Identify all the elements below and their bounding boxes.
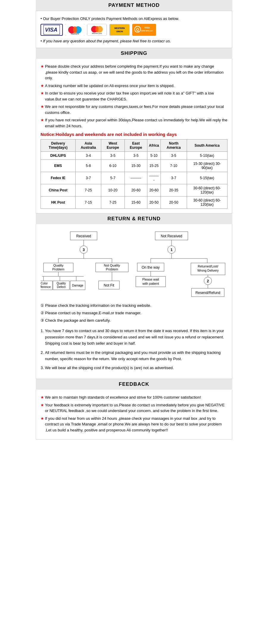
- table-cell: Fedex IE: [41, 172, 76, 184]
- qiwi-logo: Q VISA QIWI WALLET: [132, 24, 156, 36]
- col-delivery: Delivery Time(days): [41, 140, 76, 152]
- col-east-europe: East Europe: [124, 140, 147, 152]
- return-numbered-list: You have 7 days to contact us and 30 day…: [45, 328, 228, 371]
- svg-text:Please wait: Please wait: [142, 278, 159, 281]
- shipping-bullet-3: In order to ensure you receive your orde…: [40, 90, 228, 102]
- table-cell: 20-60: [124, 184, 147, 196]
- col-north-america: North America: [161, 140, 187, 152]
- svg-text:Not Quality: Not Quality: [104, 264, 120, 267]
- instruction-2: ② Please contact us by massage,E-mail,or…: [40, 310, 228, 316]
- table-cell: ---------: [124, 172, 147, 184]
- table-cell: 5-10(tax): [187, 152, 227, 160]
- svg-text:Defect: Defect: [57, 285, 66, 289]
- svg-text:MasterCard: MasterCard: [92, 32, 102, 34]
- svg-text:maestro: maestro: [71, 33, 79, 35]
- svg-text:Received: Received: [76, 234, 91, 238]
- table-cell: 7-15: [76, 196, 101, 209]
- table-cell: 5-10: [147, 152, 161, 160]
- col-africa: Africa: [147, 140, 161, 152]
- shipping-table: Delivery Time(days) Asia Australia West …: [40, 139, 228, 209]
- shipping-notice: Notice:Hoildays and weekends are not inc…: [40, 132, 228, 137]
- svg-text:UNION: UNION: [116, 30, 123, 32]
- svg-text:Wrong Delivery: Wrong Delivery: [197, 269, 219, 272]
- table-cell: 5-8: [76, 160, 101, 172]
- table-cell: 3-4: [76, 152, 101, 160]
- feedback-bullet-3: If you did not hear from us within 24 ho…: [40, 416, 228, 433]
- svg-text:Returned/Lost/: Returned/Lost/: [198, 264, 218, 268]
- maestro-logo: maestro: [65, 24, 85, 36]
- table-cell: ---------: [147, 172, 161, 184]
- svg-text:VISA: VISA: [45, 27, 57, 33]
- table-row: EMS5-86-1015-3015-257-1015-30 (direct) 3…: [41, 160, 228, 172]
- svg-text:Resend/Refund: Resend/Refund: [195, 291, 220, 295]
- payment-logos: VISA maestro M: [40, 24, 228, 36]
- svg-text:WESTERN: WESTERN: [114, 27, 125, 29]
- return-title: RETURN & RETUND: [36, 213, 232, 224]
- feedback-section: FEEDBACK We aim to maintain high standar…: [36, 379, 232, 439]
- svg-text:Problem: Problem: [106, 267, 118, 271]
- payment-note: • If you have any question about the pay…: [40, 39, 228, 43]
- table-cell: 15-25: [147, 160, 161, 172]
- table-cell: 15-60: [124, 196, 147, 209]
- table-row: Fedex IE3-75-7------------------3-75-15(…: [41, 172, 228, 184]
- table-cell: 20-60: [147, 184, 161, 196]
- flowchart-svg: Received 3 Quality Problem: [40, 230, 228, 299]
- svg-text:Damage: Damage: [72, 284, 83, 287]
- table-cell: DHL/UPS: [41, 152, 76, 160]
- col-south-america: South America: [187, 140, 227, 152]
- table-cell: 3-5: [101, 152, 124, 160]
- svg-text:Not Fit: Not Fit: [104, 283, 114, 287]
- shipping-section: SHIPPING Please double check your addres…: [36, 48, 232, 213]
- table-row: DHL/UPS3-43-53-55-103-55-10(tax): [41, 152, 228, 160]
- svg-text:3: 3: [83, 248, 85, 252]
- table-cell: 3-5: [124, 152, 147, 160]
- table-cell: 30-60 (direct) 60-120(tax): [187, 196, 227, 209]
- feedback-bullet-1: We aim to maintain high standards of exc…: [40, 394, 228, 400]
- col-west-europe: West Europe: [101, 140, 124, 152]
- return-item-2: All returned items must be in the origin…: [45, 350, 228, 362]
- shipping-bullet-1: Please double check your address before …: [40, 64, 228, 81]
- table-cell: 3-7: [161, 172, 187, 184]
- svg-point-10: [95, 26, 99, 32]
- table-cell: EMS: [41, 160, 76, 172]
- svg-text:Q: Q: [136, 27, 139, 32]
- table-row: HK Post7-157-2515-6020-5020-5030-60 (dir…: [41, 196, 228, 209]
- table-cell: 20-50: [147, 196, 161, 209]
- shipping-bullet-4: We are not responsible for any customs c…: [40, 104, 228, 115]
- mastercard-logo: MasterCard: [87, 24, 107, 36]
- table-cell: 7-25: [101, 196, 124, 209]
- return-item-3: We will bear all the shipping cost if th…: [45, 365, 228, 371]
- table-cell: 30-60 (direct) 60-120(tax): [187, 184, 227, 196]
- col-asia: Asia Australia: [76, 140, 101, 152]
- return-instructions: ① Please check the tracking information …: [40, 303, 228, 323]
- shipping-title: SHIPPING: [36, 48, 232, 59]
- return-section: RETURN & RETUND Received 3: [36, 213, 232, 379]
- svg-text:Color: Color: [41, 282, 48, 285]
- table-cell: 20-50: [161, 196, 187, 209]
- svg-text:On the way: On the way: [142, 265, 160, 270]
- table-cell: 20-35: [161, 184, 187, 196]
- table-cell: 6-10: [101, 160, 124, 172]
- payment-bullet: • Our Buyer Protection ONLY protects Pay…: [40, 16, 228, 21]
- payment-title: PAYMENT METHOD: [36, 0, 232, 11]
- svg-text:QIWI WALLET: QIWI WALLET: [141, 30, 153, 32]
- table-row: China Post7-2510-2020-6020-6020-3530-60 …: [41, 184, 228, 196]
- shipping-bullet-5: If you have not received your parcel wit…: [40, 117, 228, 129]
- table-cell: 7-10: [161, 160, 187, 172]
- return-item-1: You have 7 days to contact us and 30 day…: [45, 328, 228, 346]
- svg-text:2: 2: [207, 279, 209, 283]
- flowchart: Received 3 Quality Problem: [40, 230, 228, 300]
- svg-text:Quality: Quality: [57, 282, 66, 285]
- svg-text:difference: difference: [40, 285, 51, 289]
- svg-point-5: [73, 26, 77, 33]
- table-cell: 5-7: [101, 172, 124, 184]
- shipping-bullet-2: A tracking number will be updated on Ali…: [40, 83, 228, 89]
- table-cell: HK Post: [41, 196, 76, 209]
- feedback-bullet-2: Your feedback is extremely important to …: [40, 402, 228, 414]
- instruction-1: ① Please check the tracking information …: [40, 303, 228, 309]
- table-cell: China Post: [41, 184, 76, 196]
- visa-logo: VISA: [40, 24, 63, 36]
- svg-text:VISA: VISA: [144, 26, 150, 29]
- svg-text:Problem: Problem: [52, 267, 65, 271]
- table-cell: 7-25: [76, 184, 101, 196]
